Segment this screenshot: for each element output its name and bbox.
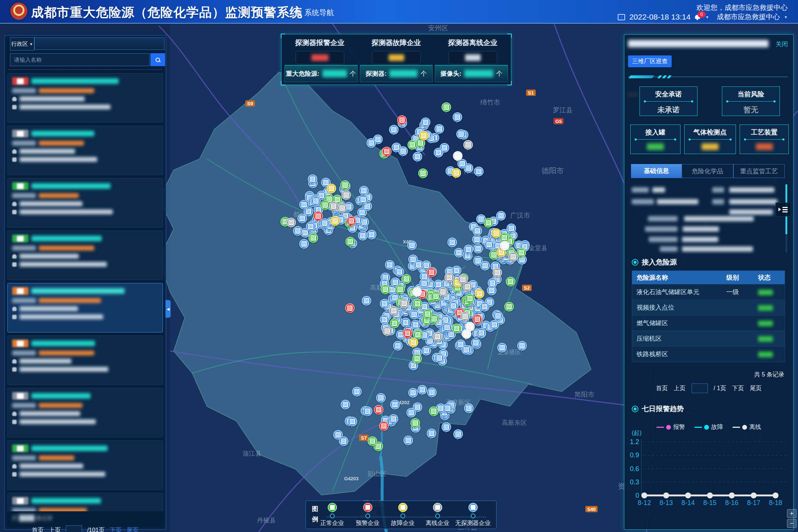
company-map-pin[interactable] (399, 299, 409, 308)
company-map-pin[interactable] (480, 302, 490, 311)
company-list-item[interactable]: ██ (7, 73, 163, 123)
company-map-pin[interactable] (427, 388, 437, 397)
company-list-item[interactable]: ██ (7, 335, 163, 385)
company-map-pin[interactable] (385, 260, 395, 270)
page-number-input[interactable] (66, 525, 82, 532)
company-map-pin[interactable] (341, 190, 351, 200)
company-map-pin[interactable] (374, 405, 383, 415)
company-map-pin[interactable] (438, 287, 448, 297)
notification-bell[interactable]: 0 (695, 14, 701, 20)
table-row[interactable]: 铁路栈桥区 (632, 346, 785, 362)
company-map-pin[interactable] (352, 387, 362, 396)
company-map-pin[interactable] (380, 299, 389, 308)
company-map-pin[interactable] (347, 216, 356, 226)
company-map-pin[interactable] (381, 284, 390, 294)
company-map-pin[interactable] (412, 354, 422, 364)
company-map-pin[interactable] (368, 436, 377, 446)
company-map-pin[interactable] (341, 400, 350, 409)
company-map-pin[interactable] (366, 138, 376, 148)
company-map-pin[interactable] (407, 241, 417, 250)
company-map-pin[interactable] (357, 208, 367, 217)
company-map-pin[interactable] (464, 245, 473, 254)
close-panel-link[interactable]: 关闭 (775, 40, 788, 48)
company-map-pin[interactable] (362, 296, 371, 306)
table-row[interactable]: 燃气储罐区 (632, 315, 785, 331)
company-map-pin[interactable] (308, 174, 317, 184)
company-map-pin[interactable] (414, 260, 423, 270)
company-map-pin[interactable] (408, 388, 418, 398)
company-map-pin[interactable] (458, 274, 468, 284)
next-page-link[interactable]: 下页 (110, 526, 122, 532)
table-row[interactable]: 液化石油气储罐区单元一级 (632, 284, 785, 300)
company-map-pin[interactable] (493, 311, 503, 321)
company-map-pin[interactable] (447, 238, 457, 247)
region-filter-dropdown[interactable]: 行政区 ▼ (10, 37, 34, 51)
prev-page-link[interactable]: 上页 (49, 526, 61, 532)
company-map-pin[interactable] (329, 201, 338, 211)
company-map-pin[interactable] (363, 406, 372, 416)
company-map-pin[interactable] (456, 129, 466, 139)
company-map-pin[interactable] (423, 309, 432, 319)
company-map-pin[interactable] (422, 346, 431, 355)
company-map-pin[interactable] (348, 417, 357, 426)
company-map-pin[interactable] (442, 323, 452, 332)
company-map-pin[interactable] (389, 306, 399, 316)
company-map-pin[interactable] (340, 180, 350, 190)
chevron-down-icon[interactable]: ▼ (784, 15, 788, 19)
company-map-pin[interactable] (313, 211, 323, 221)
company-map-pin[interactable] (395, 284, 405, 294)
chevron-down-icon[interactable]: ▼ (705, 15, 709, 19)
company-map-pin[interactable] (452, 266, 461, 275)
company-map-pin[interactable] (293, 226, 303, 236)
first-page-link[interactable]: 首页 (32, 526, 44, 532)
company-list-item[interactable]: ██ (7, 283, 163, 332)
company-map-pin[interactable] (409, 338, 418, 347)
company-map-pin[interactable] (412, 287, 422, 297)
company-map-pin[interactable] (500, 241, 509, 250)
company-map-pin[interactable] (492, 268, 502, 277)
company-map-pin[interactable] (434, 124, 444, 134)
scrollbar[interactable] (785, 184, 787, 253)
company-map-pin[interactable] (413, 152, 422, 161)
last-page-link[interactable]: 尾页 (750, 385, 761, 392)
company-map-pin[interactable] (464, 403, 474, 413)
company-map-pin[interactable] (401, 318, 410, 327)
tab-重点监管工艺[interactable]: 重点监管工艺 (733, 164, 785, 178)
table-row[interactable]: 压缩机区 (632, 331, 785, 346)
company-map-pin[interactable] (421, 117, 430, 127)
last-page-link[interactable]: 尾页 (127, 526, 139, 532)
tab-危险化学品[interactable]: 危险化学品 (682, 164, 733, 178)
company-map-pin[interactable] (433, 332, 442, 341)
company-map-pin[interactable] (390, 400, 400, 409)
company-map-pin[interactable] (491, 228, 501, 238)
company-map-pin[interactable] (417, 385, 427, 395)
company-map-pin[interactable] (382, 147, 392, 156)
company-map-pin[interactable] (516, 248, 526, 258)
company-map-pin[interactable] (474, 167, 484, 176)
user-menu[interactable]: 成都市应急救援中心 (717, 12, 780, 22)
company-map-pin[interactable] (504, 302, 514, 311)
company-map-pin[interactable] (286, 218, 296, 227)
company-map-pin[interactable] (402, 274, 411, 284)
company-map-pin[interactable] (506, 277, 515, 286)
fullscreen-icon[interactable] (618, 14, 625, 20)
map-zoom-out-button[interactable]: − (787, 519, 797, 528)
company-map-pin[interactable] (461, 345, 471, 355)
company-list-item[interactable]: ██ (7, 126, 163, 175)
company-map-pin[interactable] (367, 230, 376, 239)
company-map-pin[interactable] (389, 414, 398, 424)
panel-collapse-button[interactable] (775, 202, 791, 216)
search-button[interactable] (150, 53, 165, 66)
company-map-pin[interactable] (337, 203, 347, 213)
company-list-item[interactable]: ██ (7, 493, 163, 511)
company-map-pin[interactable] (390, 318, 399, 328)
company-map-pin[interactable] (397, 115, 407, 125)
search-input[interactable] (10, 53, 150, 66)
first-page-link[interactable]: 首页 (656, 385, 668, 392)
company-list-item[interactable]: ██ (7, 231, 163, 280)
company-list-item[interactable]: ██ (7, 178, 163, 228)
company-map-pin[interactable] (382, 326, 392, 336)
map-zoom-in-button[interactable]: + (787, 509, 797, 518)
company-map-pin[interactable] (345, 303, 355, 313)
company-map-pin[interactable] (452, 324, 461, 333)
